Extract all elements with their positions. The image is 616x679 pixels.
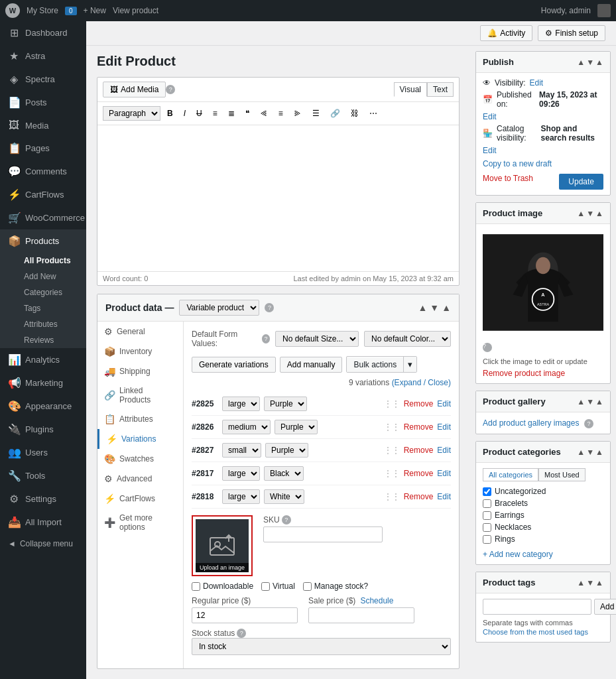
italic-button[interactable]: I <box>180 107 190 120</box>
sidebar-item-tools[interactable]: 🔧 Tools <box>0 464 86 487</box>
tab-advanced[interactable]: ⚙ Advanced <box>97 469 183 489</box>
rings-checkbox[interactable] <box>483 535 491 544</box>
product-type-help-icon[interactable]: ? <box>265 303 274 312</box>
submenu-attributes[interactable]: Attributes <box>0 316 86 332</box>
sidebar-item-astra[interactable]: ★ Astra <box>0 44 86 68</box>
variation-size-select-2826[interactable]: medium <box>222 420 271 434</box>
collapse-menu-button[interactable]: ◄ Collapse menu <box>0 534 86 554</box>
sidebar-item-dashboard[interactable]: ⊞ Dashboard <box>0 21 86 44</box>
categories-collapse-up[interactable]: ▲ <box>577 448 585 457</box>
publish-collapse-toggle[interactable]: ▲ <box>595 58 603 67</box>
generate-variations-button[interactable]: Generate variations <box>192 357 276 373</box>
sidebar-item-users[interactable]: 👥 Users <box>0 441 86 464</box>
tab-shipping[interactable]: 🚚 Shipping <box>97 361 183 381</box>
tab-get-more[interactable]: ➕ Get more options <box>97 509 183 536</box>
link-button[interactable]: 🔗 <box>326 107 344 120</box>
sidebar-item-woocommerce[interactable]: 🛒 WooCommerce <box>0 206 86 229</box>
variation-color-select-2818[interactable]: White <box>264 489 304 504</box>
unordered-list-button[interactable]: ≡ <box>209 107 221 120</box>
schedule-link[interactable]: Schedule <box>360 596 393 605</box>
gallery-help-icon[interactable]: ? <box>584 419 593 428</box>
unlink-button[interactable]: ⛓ <box>347 107 363 120</box>
edit-variation-2825[interactable]: Edit <box>437 399 451 408</box>
tags-collapse-down[interactable]: ▼ <box>586 578 594 587</box>
variation-size-select-2825[interactable]: large <box>222 397 260 411</box>
new-button[interactable]: + New <box>84 6 106 15</box>
variation-color-select-2827[interactable]: Purple <box>265 443 308 458</box>
published-edit-link[interactable]: Edit <box>483 112 497 121</box>
gallery-collapse-up[interactable]: ▲ <box>577 397 585 406</box>
add-new-category-link[interactable]: + Add new category <box>483 550 553 559</box>
sidebar-item-analytics[interactable]: 📊 Analytics <box>0 348 86 371</box>
product-image-box[interactable]: A ASTRA <box>483 229 603 338</box>
submenu-categories[interactable]: Categories <box>0 284 86 300</box>
add-media-button[interactable]: 🖼 Add Media <box>103 82 166 97</box>
align-center-button[interactable]: ≡ <box>275 107 287 120</box>
blockquote-button[interactable]: ❝ <box>241 107 253 120</box>
tab-swatches[interactable]: 🎨 Swatches <box>97 449 183 469</box>
bulk-actions-dropdown[interactable]: Bulk actions ▾ <box>346 356 417 373</box>
categories-collapse-toggle[interactable]: ▲ <box>595 448 603 457</box>
downloadable-checkbox-label[interactable]: Downloadable <box>192 582 253 591</box>
text-tab[interactable]: Text <box>427 82 454 97</box>
sidebar-item-media[interactable]: 🖼 Media <box>0 114 86 137</box>
regular-price-input[interactable] <box>192 607 298 623</box>
remove-variation-2825[interactable]: Remove <box>404 399 434 408</box>
activity-button[interactable]: 🔔 Activity <box>480 25 532 41</box>
default-size-select[interactable]: No default Size... <box>275 331 359 347</box>
bold-button[interactable]: B <box>163 107 177 120</box>
align-right-button[interactable]: ⫸ <box>290 107 306 120</box>
sidebar-item-all-import[interactable]: 📥 All Import <box>0 511 86 534</box>
all-categories-tab[interactable]: All categories <box>483 468 538 481</box>
submenu-add-new[interactable]: Add New <box>0 269 86 284</box>
move-trash-link[interactable]: Move to Trash <box>483 174 554 190</box>
publish-collapse-down[interactable]: ▼ <box>586 58 594 67</box>
remove-variation-2817[interactable]: Remove <box>404 469 434 478</box>
sidebar-item-products[interactable]: 📦 Products <box>0 229 86 253</box>
collapse-down-button[interactable]: ▼ <box>430 302 439 313</box>
sku-input[interactable] <box>263 526 383 542</box>
drag-handle-icon-2826[interactable]: ⋮⋮ <box>384 422 400 432</box>
gallery-collapse-toggle[interactable]: ▲ <box>595 397 603 406</box>
sidebar-item-pages[interactable]: 📋 Pages <box>0 137 86 160</box>
site-name[interactable]: My Store <box>27 6 58 15</box>
variation-color-select-2825[interactable]: Purple <box>264 397 307 411</box>
product-type-select[interactable]: Variable product <box>179 300 259 316</box>
add-gallery-images-link[interactable]: Add product gallery images <box>483 418 579 428</box>
gallery-collapse-down[interactable]: ▼ <box>586 397 594 406</box>
edit-variation-2826[interactable]: Edit <box>437 422 451 432</box>
manage-stock-checkbox-label[interactable]: Manage stock? <box>303 582 368 591</box>
expand-close-link[interactable]: (Expand / Close) <box>392 378 451 387</box>
ordered-list-button[interactable]: ≣ <box>224 107 239 120</box>
sidebar-item-marketing[interactable]: 📢 Marketing <box>0 371 86 395</box>
add-tag-button[interactable]: Add <box>594 599 616 615</box>
submenu-reviews[interactable]: Reviews <box>0 332 86 348</box>
choose-tags-link[interactable]: Choose from the most used tags <box>483 628 588 636</box>
edit-variation-2827[interactable]: Edit <box>437 446 451 455</box>
image-collapse-down[interactable]: ▼ <box>586 209 594 218</box>
remove-variation-2827[interactable]: Remove <box>404 446 434 455</box>
comment-bubble[interactable]: 0 <box>65 7 77 15</box>
necklaces-checkbox[interactable] <box>483 523 491 532</box>
view-product-link[interactable]: View product <box>113 6 158 15</box>
edit-variation-2817[interactable]: Edit <box>437 469 451 478</box>
edit-variation-2818[interactable]: Edit <box>437 492 451 501</box>
strikethrough-button[interactable]: U <box>192 107 206 120</box>
product-image-help-icon[interactable]: ? <box>483 343 492 352</box>
default-form-help-icon[interactable]: ? <box>262 334 270 343</box>
earrings-checkbox[interactable] <box>483 511 491 520</box>
catalog-edit-link[interactable]: Edit <box>483 146 497 155</box>
drag-handle-icon-2818[interactable]: ⋮⋮ <box>384 492 400 501</box>
tags-collapse-up[interactable]: ▲ <box>577 578 585 587</box>
submenu-all-products[interactable]: All Products <box>0 253 86 269</box>
editor-help-icon[interactable]: ? <box>166 85 175 94</box>
publish-collapse-up[interactable]: ▲ <box>577 58 585 67</box>
tab-linked-products[interactable]: 🔗 Linked Products <box>97 381 183 409</box>
format-select[interactable]: Paragraph <box>103 106 160 121</box>
image-collapse-toggle[interactable]: ▲ <box>595 209 603 218</box>
uncategorized-checkbox[interactable] <box>483 487 491 496</box>
align-full-button[interactable]: ☰ <box>308 107 324 120</box>
visibility-edit-link[interactable]: Edit <box>529 78 543 88</box>
image-collapse-up[interactable]: ▲ <box>577 209 585 218</box>
variation-color-select-2817[interactable]: Black <box>264 466 304 481</box>
